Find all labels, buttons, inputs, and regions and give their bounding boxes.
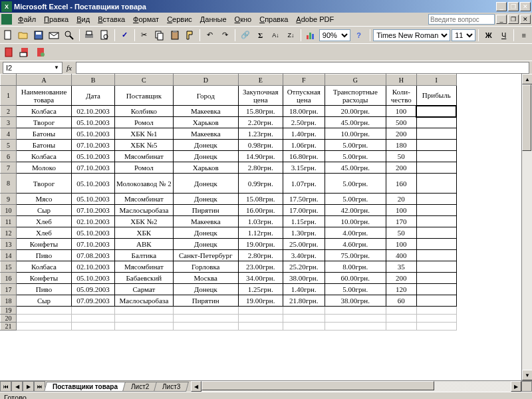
cell[interactable]: Маслосыробаза: [115, 295, 174, 307]
cell[interactable]: [173, 315, 238, 323]
cell[interactable]: Батоны: [17, 140, 72, 151]
search-button[interactable]: [63, 28, 76, 43]
formula-bar[interactable]: [76, 62, 529, 74]
cell[interactable]: [416, 151, 456, 162]
pdf-review-button[interactable]: [33, 45, 48, 60]
cell[interactable]: 4.00грн.: [325, 227, 386, 239]
cell[interactable]: Донецк: [173, 174, 238, 194]
cell[interactable]: 5.00грн.: [325, 151, 386, 162]
col-header-F[interactable]: F: [283, 74, 325, 86]
menu-Файл[interactable]: Файл: [14, 14, 40, 25]
spellcheck-button[interactable]: ✓: [118, 28, 132, 43]
cell[interactable]: 20: [386, 194, 416, 205]
cell[interactable]: 1.06грн.: [283, 140, 325, 151]
table-header[interactable]: Транспортные расходы: [325, 86, 386, 106]
cell[interactable]: ХБК №1: [115, 128, 174, 140]
cell[interactable]: ХБК №5: [115, 140, 174, 151]
tab-next-button[interactable]: ▶: [23, 381, 34, 392]
cell[interactable]: 05.10.2003: [72, 194, 115, 205]
row-header-7[interactable]: 7: [1, 162, 17, 174]
cell[interactable]: Макеевка: [173, 128, 238, 140]
cell[interactable]: Творог: [17, 174, 72, 194]
cell[interactable]: 1.12грн.: [238, 227, 283, 239]
row-header-9[interactable]: 9: [1, 194, 17, 205]
cell[interactable]: 1.23грн.: [238, 128, 283, 140]
cell[interactable]: 1.25грн.: [238, 284, 283, 295]
cell[interactable]: Мясо: [17, 194, 72, 205]
cell[interactable]: Санкт-Петербург: [173, 250, 238, 261]
cell[interactable]: [416, 128, 456, 140]
cell[interactable]: [416, 273, 456, 284]
tab-first-button[interactable]: ⏮: [0, 381, 11, 392]
cell[interactable]: 2.20грн.: [238, 117, 283, 128]
cell[interactable]: [416, 307, 456, 315]
font-size-combo[interactable]: 11: [452, 29, 475, 41]
cell[interactable]: 17.50грн.: [283, 194, 325, 205]
col-header-B[interactable]: B: [72, 74, 115, 86]
cell[interactable]: Бабаевский: [115, 273, 174, 284]
row-header-1[interactable]: 1: [1, 86, 17, 106]
cell[interactable]: Мясомбинат: [115, 151, 174, 162]
cell[interactable]: 3.40грн.: [283, 250, 325, 261]
row-header-10[interactable]: 10: [1, 205, 17, 216]
cell[interactable]: [386, 323, 416, 331]
cell[interactable]: Конфеты: [17, 273, 72, 284]
cell[interactable]: [325, 307, 386, 315]
row-header-11[interactable]: 11: [1, 216, 17, 227]
align-button[interactable]: ≡: [517, 28, 531, 43]
cell[interactable]: [416, 261, 456, 273]
minimize-button[interactable]: _: [496, 2, 507, 11]
col-header-E[interactable]: E: [238, 74, 283, 86]
scroll-down-button[interactable]: ▼: [522, 370, 532, 380]
cell[interactable]: 500: [386, 117, 416, 128]
cell[interactable]: 05.09.2003: [72, 284, 115, 295]
autosum-button[interactable]: Σ: [253, 28, 267, 43]
cell[interactable]: [283, 323, 325, 331]
cell[interactable]: [238, 307, 283, 315]
cell[interactable]: 100: [386, 239, 416, 250]
cell[interactable]: 1.40грн.: [283, 128, 325, 140]
cell[interactable]: Донецк: [173, 140, 238, 151]
cell[interactable]: 16.00грн.: [238, 205, 283, 216]
cell[interactable]: 17.00грн.: [283, 205, 325, 216]
col-header-C[interactable]: C: [115, 74, 174, 86]
cell[interactable]: 60.00грн.: [325, 273, 386, 284]
cell[interactable]: [173, 307, 238, 315]
pdf-email-button[interactable]: [17, 45, 32, 60]
chart-button[interactable]: [304, 28, 318, 43]
row-header-8[interactable]: 8: [1, 174, 17, 194]
cell[interactable]: Молокозавод № 2: [115, 174, 174, 194]
col-header-A[interactable]: A: [17, 74, 72, 86]
cell[interactable]: 20.00грн.: [325, 106, 386, 117]
vscroll-thumb[interactable]: [522, 84, 531, 151]
cell[interactable]: Ромол: [115, 162, 174, 174]
cell[interactable]: 5.00грн.: [325, 174, 386, 194]
table-header[interactable]: Дата: [72, 86, 115, 106]
cell[interactable]: [325, 323, 386, 331]
cell[interactable]: [416, 284, 456, 295]
cell[interactable]: 100: [386, 106, 416, 117]
cell[interactable]: Макеевка: [173, 216, 238, 227]
menu-Adobe PDF[interactable]: Adobe PDF: [292, 14, 338, 25]
name-box[interactable]: I2▼: [3, 62, 63, 74]
help-button[interactable]: ?: [352, 28, 366, 43]
cell[interactable]: Мясомбинат: [115, 194, 174, 205]
restore-button[interactable]: ❐: [508, 2, 519, 11]
cell[interactable]: 07.08.2003: [72, 250, 115, 261]
row-header-2[interactable]: 2: [1, 106, 17, 117]
cell[interactable]: 1.40грн.: [283, 284, 325, 295]
cell[interactable]: 07.10.2003: [72, 162, 115, 174]
cell[interactable]: 05.10.2003: [72, 227, 115, 239]
sheet-tab[interactable]: Поставщики товара: [44, 382, 126, 392]
table-header[interactable]: Прибыль: [416, 86, 456, 106]
cell[interactable]: 5.00грн.: [325, 284, 386, 295]
cell[interactable]: [416, 315, 456, 323]
cell[interactable]: 18.00грн.: [283, 106, 325, 117]
cell[interactable]: Хлеб: [17, 216, 72, 227]
menu-Вид[interactable]: Вид: [72, 14, 94, 25]
cell[interactable]: 05.10.2003: [72, 174, 115, 194]
cell[interactable]: 35: [386, 261, 416, 273]
cell[interactable]: Пиво: [17, 250, 72, 261]
underline-button[interactable]: Ч: [497, 28, 511, 43]
cell[interactable]: Горловка: [173, 261, 238, 273]
